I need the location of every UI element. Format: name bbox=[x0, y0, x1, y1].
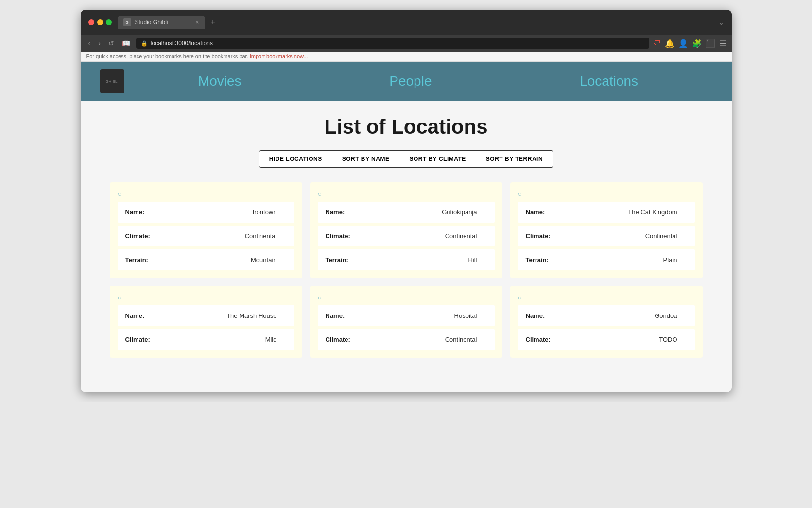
climate-field: Climate: Mild bbox=[118, 329, 294, 350]
tab-title: Studio Ghibli bbox=[135, 19, 192, 26]
name-label: Name: bbox=[125, 209, 164, 216]
address-bar-row: ‹ › ↺ 📖 🔒 localhost:3000/locations 🛡 🔔 👤… bbox=[81, 35, 732, 52]
minimize-button[interactable] bbox=[97, 19, 103, 25]
climate-label: Climate: bbox=[125, 336, 164, 343]
location-card: ○ Name: Hospital Climate: Continental bbox=[310, 286, 502, 358]
terrain-label: Terrain: bbox=[125, 256, 164, 263]
name-label: Name: bbox=[326, 209, 364, 216]
sort-by-climate-button[interactable]: SORT BY CLIMATE bbox=[399, 150, 476, 168]
name-label: Name: bbox=[526, 312, 565, 319]
climate-value: Continental bbox=[445, 336, 487, 343]
terrain-value: Plain bbox=[663, 256, 687, 263]
card-fields: Name: Irontown Climate: Continental Terr… bbox=[118, 202, 294, 270]
card-fields: Name: Hospital Climate: Continental bbox=[318, 305, 495, 350]
card-bullet: ○ bbox=[118, 190, 294, 198]
tab-favicon: G bbox=[123, 18, 131, 26]
card-fields: Name: The Marsh House Climate: Mild bbox=[118, 305, 294, 350]
name-value: Gondoa bbox=[655, 312, 687, 319]
name-label: Name: bbox=[125, 312, 164, 319]
logo-text: GHIBLI bbox=[105, 79, 118, 84]
climate-field: Climate: Continental bbox=[118, 226, 294, 246]
forward-button[interactable]: › bbox=[96, 38, 103, 48]
maximize-button[interactable] bbox=[106, 19, 112, 25]
main-content: List of Locations HIDE LOCATIONS SORT BY… bbox=[81, 101, 732, 392]
name-label: Name: bbox=[326, 312, 364, 319]
name-field: Name: Irontown bbox=[118, 202, 294, 223]
climate-field: Climate: Continental bbox=[518, 226, 695, 246]
terrain-value: Hill bbox=[468, 256, 486, 263]
name-value: Gutiokipanja bbox=[442, 209, 486, 216]
climate-label: Climate: bbox=[526, 232, 565, 240]
terrain-label: Terrain: bbox=[526, 256, 565, 263]
back-button[interactable]: ‹ bbox=[86, 38, 93, 48]
sidebar-icon[interactable]: ⬛ bbox=[706, 39, 715, 48]
location-card: ○ Name: The Cat Kingdom Climate: Contine… bbox=[510, 182, 703, 278]
location-card: ○ Name: The Marsh House Climate: Mild bbox=[110, 286, 302, 358]
name-field: Name: The Marsh House bbox=[118, 305, 294, 326]
traffic-lights bbox=[88, 19, 112, 25]
location-card: ○ Name: Gutiokipanja Climate: Continenta… bbox=[310, 182, 502, 278]
page-title: List of Locations bbox=[110, 115, 703, 139]
climate-label: Climate: bbox=[526, 336, 565, 343]
card-bullet: ○ bbox=[118, 294, 294, 301]
browser-tab[interactable]: G Studio Ghibli × bbox=[118, 16, 205, 29]
url-text: localhost:3000/locations bbox=[151, 40, 213, 47]
name-field: Name: Gutiokipanja bbox=[318, 202, 495, 223]
hide-locations-button[interactable]: HIDE LOCATIONS bbox=[259, 150, 332, 168]
terrain-value: Mountain bbox=[251, 256, 286, 263]
name-value: The Marsh House bbox=[226, 312, 286, 319]
new-tab-button[interactable]: + bbox=[207, 16, 219, 29]
card-fields: Name: Gondoa Climate: TODO bbox=[518, 305, 695, 350]
terrain-field: Terrain: Mountain bbox=[118, 249, 294, 270]
import-bookmarks-link[interactable]: Import bookmarks now... bbox=[250, 53, 308, 59]
tab-bar: G Studio Ghibli × + bbox=[118, 16, 712, 29]
name-value: Irontown bbox=[253, 209, 287, 216]
climate-label: Climate: bbox=[326, 336, 364, 343]
climate-field: Climate: Continental bbox=[318, 329, 495, 350]
button-bar: HIDE LOCATIONS SORT BY NAME SORT BY CLIM… bbox=[110, 150, 703, 168]
climate-value: Mild bbox=[265, 336, 287, 343]
close-button[interactable] bbox=[88, 19, 94, 25]
title-bar: G Studio Ghibli × + ⌄ bbox=[81, 10, 732, 35]
name-field: Name: Hospital bbox=[318, 305, 495, 326]
climate-field: Climate: Continental bbox=[318, 226, 495, 246]
sort-by-name-button[interactable]: SORT BY NAME bbox=[332, 150, 400, 168]
name-field: Name: Gondoa bbox=[518, 305, 695, 326]
page-content: GHIBLI Movies People Locations List of L… bbox=[81, 62, 732, 392]
window-controls[interactable]: ⌄ bbox=[718, 18, 724, 26]
card-bullet: ○ bbox=[518, 294, 695, 301]
climate-value: Continental bbox=[445, 232, 487, 240]
lock-icon: 🔒 bbox=[141, 40, 148, 47]
card-fields: Name: Gutiokipanja Climate: Continental … bbox=[318, 202, 495, 270]
bookmarks-bar: For quick access, place your bookmarks h… bbox=[81, 52, 732, 62]
reader-view-button[interactable]: 📖 bbox=[120, 38, 132, 48]
address-bar[interactable]: 🔒 localhost:3000/locations bbox=[136, 38, 649, 49]
profile-icon[interactable]: 👤 bbox=[678, 39, 688, 48]
nav-movies[interactable]: Movies bbox=[198, 73, 242, 89]
site-nav: GHIBLI Movies People Locations bbox=[81, 62, 732, 101]
terrain-field: Terrain: Plain bbox=[518, 249, 695, 270]
reload-button[interactable]: ↺ bbox=[106, 38, 116, 48]
name-label: Name: bbox=[526, 209, 565, 216]
nav-links: Movies People Locations bbox=[124, 73, 712, 89]
climate-value: Continental bbox=[645, 232, 687, 240]
menu-icon[interactable]: ☰ bbox=[719, 39, 726, 48]
location-card: ○ Name: Gondoa Climate: TODO bbox=[510, 286, 703, 358]
name-field: Name: The Cat Kingdom bbox=[518, 202, 695, 223]
climate-value: Continental bbox=[245, 232, 287, 240]
nav-locations[interactable]: Locations bbox=[580, 73, 638, 89]
climate-label: Climate: bbox=[125, 232, 164, 240]
terrain-label: Terrain: bbox=[326, 256, 364, 263]
sort-by-terrain-button[interactable]: SORT BY TERRAIN bbox=[476, 150, 553, 168]
name-value: The Cat Kingdom bbox=[628, 209, 687, 216]
location-card: ○ Name: Irontown Climate: Continental Te… bbox=[110, 182, 302, 278]
alert-icon: 🔔 bbox=[665, 39, 674, 48]
card-fields: Name: The Cat Kingdom Climate: Continent… bbox=[518, 202, 695, 270]
card-bullet: ○ bbox=[318, 294, 495, 301]
site-logo: GHIBLI bbox=[100, 69, 124, 93]
climate-label: Climate: bbox=[326, 232, 364, 240]
tab-close-icon[interactable]: × bbox=[195, 19, 199, 26]
nav-people[interactable]: People bbox=[389, 73, 432, 89]
extensions-icon[interactable]: 🧩 bbox=[692, 39, 702, 48]
climate-value: TODO bbox=[659, 336, 687, 343]
